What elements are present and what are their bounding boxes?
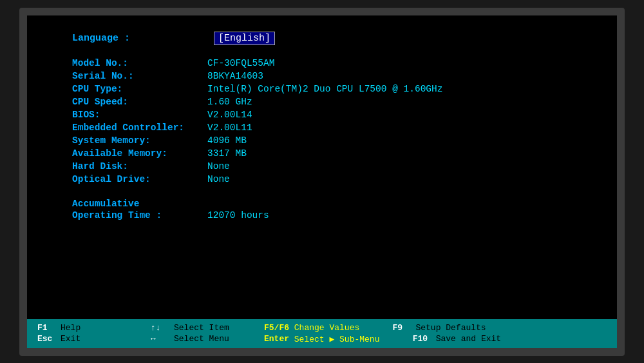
table-row: Serial No.: 8BKYA14603 — [72, 71, 572, 81]
f5f6-key: F5/F6 — [264, 323, 294, 333]
table-row: System Memory: 4096 MB — [72, 135, 572, 146]
avail-mem-value: 3317 MB — [207, 148, 247, 159]
model-label: Model No.: — [72, 58, 207, 68]
bios-main: Language : [English] Model No.: CF-30FQL… — [27, 15, 617, 319]
table-row: CPU Type: Intel(R) Core(TM)2 Duo CPU L75… — [72, 84, 572, 94]
table-row: Hard Disk: None — [72, 161, 572, 172]
hdd-value: None — [207, 161, 230, 172]
model-value: CF-30FQL55AM — [207, 58, 274, 68]
serial-label: Serial No.: — [72, 71, 207, 81]
table-row: Available Memory: 3317 MB — [72, 148, 572, 159]
cpu-speed-value: 1.60 GHz — [207, 97, 252, 107]
lr-select-menu: ↔ Select Menu — [151, 334, 251, 344]
table-row: CPU Speed: 1.60 GHz — [72, 97, 572, 107]
cpu-speed-label: CPU Speed: — [72, 97, 207, 107]
esc-key: Esc — [37, 334, 61, 344]
operating-time-row: Operating Time : 12070 hours — [72, 210, 572, 221]
hdd-label: Hard Disk: — [72, 161, 207, 172]
monitor-frame: Language : [English] Model No.: CF-30FQL… — [19, 8, 625, 356]
serial-value: 8BKYA14603 — [207, 71, 263, 81]
sys-mem-label: System Memory: — [72, 135, 207, 146]
ec-value: V2.00L11 — [207, 123, 252, 133]
table-row: Embedded Controller: V2.00L11 — [72, 123, 572, 133]
cpu-type-value: Intel(R) Core(TM)2 Duo CPU L7500 @ 1.60G… — [207, 84, 442, 94]
bios-screen: Language : [English] Model No.: CF-30FQL… — [27, 15, 617, 348]
accumulative-title: Accumulative — [72, 199, 572, 209]
operating-value: 12070 hours — [207, 210, 269, 221]
f10-desc: Save and Exit — [436, 334, 513, 344]
f10-save: F10 Save and Exit — [413, 334, 513, 344]
bottom-row-2: Esc Exit ↔ Select Menu Enter Select ▶ Su… — [37, 334, 607, 344]
f5f6-desc: Change Values — [294, 323, 380, 333]
cpu-type-label: CPU Type: — [72, 84, 207, 94]
enter-select: Enter Select ▶ Sub-Menu — [264, 334, 400, 344]
bios-value: V2.00L14 — [207, 110, 252, 120]
arrow-key: ↑↓ — [151, 323, 174, 333]
esc-exit: Esc Exit — [37, 334, 138, 344]
optical-label: Optical Drive: — [72, 174, 207, 184]
f1-key: F1 — [37, 323, 61, 333]
accumulative-section: Accumulative Operating Time : 12070 hour… — [72, 199, 572, 221]
enter-desc: Select ▶ Sub-Menu — [294, 334, 400, 344]
bios-label: BIOS: — [72, 110, 207, 120]
lr-desc: Select Menu — [174, 334, 251, 344]
table-row: Optical Drive: None — [72, 174, 572, 184]
optical-value: None — [207, 174, 230, 184]
language-label: Language : — [72, 33, 214, 44]
f9-key: F9 — [392, 323, 415, 333]
arrow-desc: Select Item — [174, 323, 251, 333]
esc-desc: Exit — [61, 334, 138, 344]
language-row: Language : [English] — [72, 32, 572, 45]
f5f6-change: F5/F6 Change Values — [264, 323, 379, 333]
bottom-bar: F1 Help ↑↓ Select Item F5/F6 Change Valu… — [27, 319, 617, 348]
language-value: [English] — [214, 32, 275, 45]
operating-label: Operating Time : — [72, 210, 207, 221]
f1-help: F1 Help — [37, 323, 138, 333]
arrow-select-item: ↑↓ Select Item — [151, 323, 251, 333]
enter-key: Enter — [264, 334, 294, 344]
f10-key: F10 — [413, 334, 436, 344]
f9-setup: F9 Setup Defaults — [392, 323, 493, 333]
f9-desc: Setup Defaults — [415, 323, 493, 333]
table-row: Model No.: CF-30FQL55AM — [72, 58, 572, 68]
ec-label: Embedded Controller: — [72, 123, 207, 133]
bottom-row-1: F1 Help ↑↓ Select Item F5/F6 Change Valu… — [37, 323, 607, 333]
info-table: Model No.: CF-30FQL55AM Serial No.: 8BKY… — [72, 58, 572, 184]
f1-desc: Help — [61, 323, 138, 333]
sys-mem-value: 4096 MB — [207, 135, 247, 146]
lr-key: ↔ — [151, 334, 174, 344]
avail-mem-label: Available Memory: — [72, 148, 207, 159]
table-row: BIOS: V2.00L14 — [72, 110, 572, 120]
